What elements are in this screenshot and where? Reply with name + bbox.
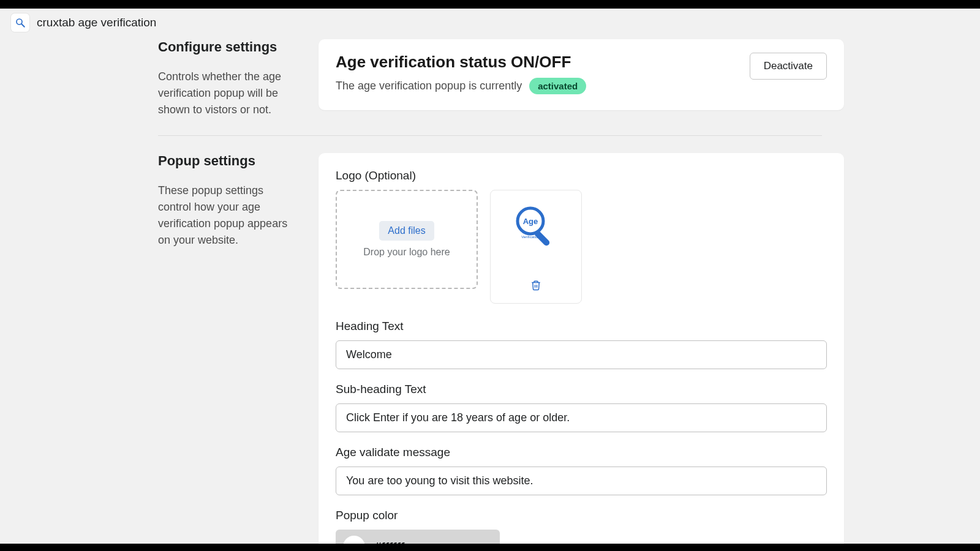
logo-preview: Age Verification [490,190,582,304]
subheading-label: Sub-heading Text [336,383,827,396]
app-title: cruxtab age verification [37,16,156,29]
delete-logo-icon[interactable] [530,279,541,294]
validate-input[interactable] [336,467,827,495]
deactivate-button[interactable]: Deactivate [750,53,827,80]
popup-section-desc: These popup settings control how your ag… [158,182,294,249]
letterbox-top [0,0,980,9]
app-icon [11,13,29,32]
magnifier-icon [15,17,26,28]
svg-line-1 [21,24,24,27]
logo-dropzone[interactable]: Add files Drop your logo here [336,190,478,289]
logo-label: Logo (Optional) [336,169,827,182]
heading-input[interactable] [336,340,827,369]
status-card: Age verification status ON/OFF The age v… [318,39,844,110]
svg-text:Verification: Verification [521,235,539,239]
drop-hint: Drop your logo here [363,247,450,258]
logo-thumbnail: Age Verification [512,204,560,252]
popup-card: Logo (Optional) Add files Drop your logo… [318,153,844,551]
configure-desc: Controls whether the age verification po… [158,69,294,118]
configure-title: Configure settings [158,39,294,55]
color-label: Popup color [336,509,827,522]
validate-label: Age validate message [336,446,827,459]
heading-label: Heading Text [336,320,827,333]
letterbox-bottom [0,544,980,551]
status-title: Age verification status ON/OFF [336,53,586,72]
popup-section-title: Popup settings [158,153,294,169]
app-header: cruxtab age verification [0,9,980,37]
status-desc-prefix: The age verification popup is currently [336,80,522,92]
svg-text:Age: Age [523,217,538,226]
status-badge: activated [529,78,586,94]
subheading-input[interactable] [336,403,827,432]
add-files-button[interactable]: Add files [379,221,434,241]
